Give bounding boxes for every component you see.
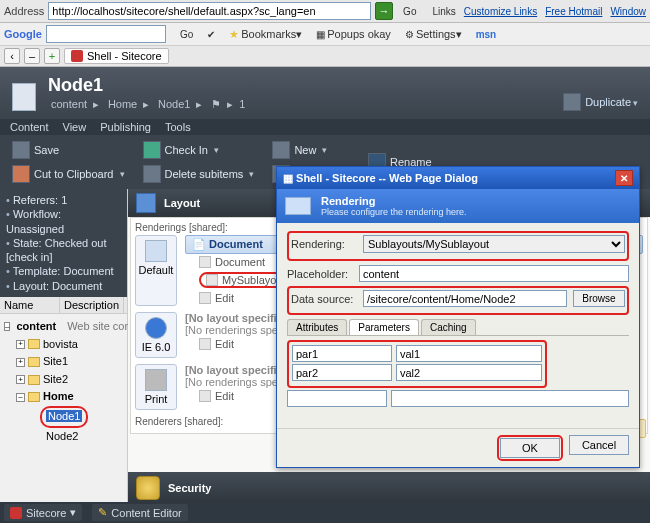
- new-icon: [272, 141, 290, 159]
- go-button[interactable]: →: [375, 2, 393, 20]
- address-input[interactable]: [48, 2, 371, 20]
- menu-publishing[interactable]: Publishing: [100, 121, 151, 133]
- layout-icon: [136, 193, 156, 213]
- tree-item[interactable]: +Site2: [16, 371, 123, 389]
- param-key-input[interactable]: [292, 345, 392, 362]
- browse-button[interactable]: Browse: [573, 290, 625, 307]
- monitor-icon: [145, 240, 167, 262]
- close-icon[interactable]: ✕: [615, 170, 633, 186]
- google-search-input[interactable]: [46, 25, 166, 43]
- tab-back-icon[interactable]: ‹: [4, 48, 20, 64]
- tab-parameters[interactable]: Parameters: [349, 319, 419, 335]
- settings-menu[interactable]: ⚙ Settings▾: [405, 28, 462, 41]
- folder-icon: [28, 339, 40, 349]
- item-status: Referers: 1 Workflow: Unassigned State: …: [0, 189, 127, 297]
- menu-view[interactable]: View: [63, 121, 87, 133]
- tree-node2[interactable]: Node2: [40, 428, 123, 446]
- sitecore-icon: [10, 507, 22, 519]
- google-go[interactable]: Go: [180, 29, 193, 40]
- edit-icon: [199, 338, 211, 350]
- printer-icon: [145, 369, 167, 391]
- param-key-input[interactable]: [287, 390, 387, 407]
- sublayout-icon: [206, 274, 218, 286]
- page-title: Node1: [48, 75, 248, 96]
- placeholder-input[interactable]: [359, 265, 629, 282]
- links-label: Links: [432, 6, 455, 17]
- page-icon: [12, 83, 36, 111]
- tree-root[interactable]: –contentWeb site content.: [4, 318, 123, 336]
- placeholder-label: Placeholder:: [287, 268, 353, 280]
- new-button[interactable]: New: [268, 139, 354, 161]
- delete-subitems-button[interactable]: Delete subitems: [139, 163, 259, 185]
- link-hotmail[interactable]: Free Hotmail: [545, 6, 602, 17]
- cancel-button[interactable]: Cancel: [569, 435, 629, 455]
- tree-home[interactable]: –Home: [16, 388, 123, 406]
- security-section-header[interactable]: Security: [128, 472, 650, 504]
- menu-content[interactable]: Content: [10, 121, 49, 133]
- scissors-icon: [12, 165, 30, 183]
- breadcrumb: content▸ Home▸ Node1▸ ⚑▸1: [48, 98, 248, 111]
- tree-col-name[interactable]: Name: [0, 297, 60, 313]
- dialog-heading: Rendering: [321, 195, 467, 207]
- param-val-input[interactable]: [391, 390, 629, 407]
- address-label: Address: [4, 5, 44, 17]
- rendering-select[interactable]: Sublayouts/MySublayout: [363, 235, 625, 253]
- doc-icon: [199, 256, 211, 268]
- google-brand: Google: [4, 28, 42, 40]
- rendering-dialog: ▦ Shell - Sitecore -- Web Page Dialog ✕ …: [276, 166, 640, 468]
- tree-node1[interactable]: Node1: [40, 406, 123, 428]
- tree-item[interactable]: +Site1: [16, 353, 123, 371]
- link-window[interactable]: Window: [610, 6, 646, 17]
- tree-col-desc[interactable]: Description: [60, 297, 124, 313]
- tab-active[interactable]: Shell - Sitecore: [64, 48, 169, 64]
- rendering-icon: [285, 197, 311, 215]
- duplicate-button[interactable]: Duplicate: [563, 93, 638, 111]
- clipboard-button[interactable]: Cut to Clipboard: [8, 163, 129, 185]
- save-icon: [12, 141, 30, 159]
- tab-attributes[interactable]: Attributes: [287, 319, 347, 335]
- param-val-input[interactable]: [396, 345, 542, 362]
- dialog-title: Shell - Sitecore -- Web Page Dialog: [296, 172, 478, 184]
- save-button[interactable]: Save: [8, 139, 129, 161]
- ok-button[interactable]: OK: [500, 438, 560, 458]
- dialog-app-icon: ▦: [283, 172, 293, 185]
- edit-icon: [199, 390, 211, 402]
- tab-dash-icon[interactable]: –: [24, 48, 40, 64]
- abc-icon[interactable]: ✔: [207, 29, 215, 40]
- menubar: Content View Publishing Tools: [0, 119, 650, 135]
- delete-icon: [143, 165, 161, 183]
- folder-icon: [28, 392, 40, 402]
- checkin-icon: [143, 141, 161, 159]
- tab-title: Shell - Sitecore: [87, 50, 162, 62]
- menu-tools[interactable]: Tools: [165, 121, 191, 133]
- param-val-input[interactable]: [396, 364, 542, 381]
- tab-new-icon[interactable]: +: [44, 48, 60, 64]
- bookmarks-menu[interactable]: ★Bookmarks▾: [229, 28, 302, 41]
- checkin-button[interactable]: Check In: [139, 139, 259, 161]
- content-editor-tab[interactable]: ✎Content Editor: [92, 504, 187, 521]
- datasource-input[interactable]: [363, 290, 567, 307]
- sitecore-menu[interactable]: Sitecore▾: [4, 504, 82, 521]
- datasource-label: Data source:: [291, 293, 357, 305]
- flag-icon: ⚑: [211, 98, 221, 110]
- go-label: Go: [403, 6, 416, 17]
- folder-icon: [28, 375, 40, 385]
- folder-icon: [28, 357, 40, 367]
- tree-item[interactable]: +bovista: [16, 336, 123, 354]
- ie-icon: [145, 317, 167, 339]
- edit-icon: [199, 292, 211, 304]
- dialog-subheading: Please configure the rendering here.: [321, 207, 467, 217]
- lock-icon: [136, 476, 160, 500]
- msn-logo: msn: [476, 29, 497, 40]
- duplicate-icon: [563, 93, 581, 111]
- device-ie6[interactable]: IE 6.0: [135, 312, 177, 358]
- sitecore-icon: [71, 50, 83, 62]
- popups-status[interactable]: ▦ Popups okay: [316, 28, 391, 40]
- param-key-input[interactable]: [292, 364, 392, 381]
- rendering-label: Rendering:: [291, 238, 357, 250]
- tab-caching[interactable]: Caching: [421, 319, 476, 335]
- content-tree: –contentWeb site content. +bovista +Site…: [0, 314, 127, 449]
- link-customize[interactable]: Customize Links: [464, 6, 537, 17]
- device-print[interactable]: Print: [135, 364, 177, 410]
- device-default[interactable]: Default: [135, 235, 177, 306]
